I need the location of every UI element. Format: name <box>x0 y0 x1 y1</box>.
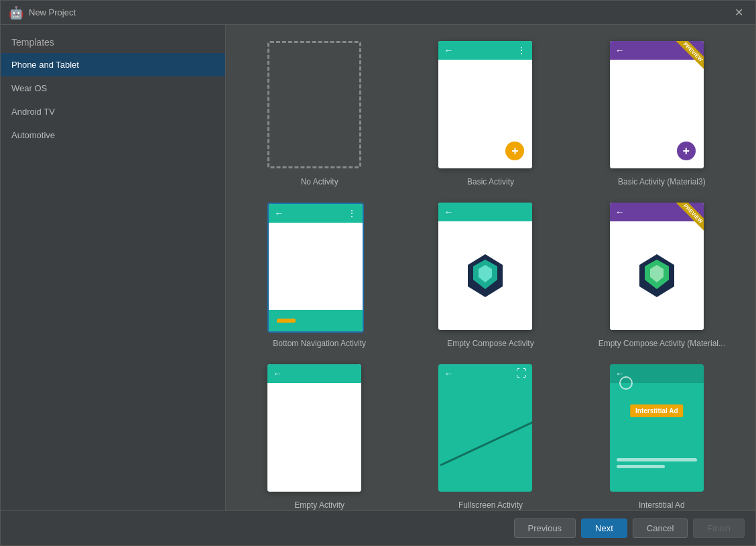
template-interstitial-preview: ← Interstitial Ad <box>610 364 714 495</box>
android-icon: 🤖 <box>9 5 23 20</box>
fab-purple-button: + <box>677 142 696 160</box>
sidebar-item-phone-tablet[interactable]: Phone and Tablet <box>1 53 225 76</box>
bottom-nav-body <box>269 223 363 331</box>
dialog-title: New Project <box>29 7 76 17</box>
fullscreen-topbar: ← ⛶ <box>438 364 532 383</box>
compose-body <box>438 221 532 330</box>
empty-body <box>267 383 361 492</box>
interstitial-ad-badge: Interstitial Ad <box>630 404 684 417</box>
template-bottom-nav[interactable]: ← ⋮ Bottom Navigation A <box>242 203 397 348</box>
template-basic-activity-label: Basic Activity <box>467 177 514 186</box>
menu-icon: ⋮ <box>517 45 527 56</box>
template-fullscreen-label: Fullscreen Activity <box>458 500 523 510</box>
back-arrow-icon: ← <box>444 368 453 379</box>
interstitial-line-2 <box>617 465 665 468</box>
compose-topbar: ← <box>438 203 532 221</box>
back-arrow-icon: ← <box>274 208 284 219</box>
title-bar-left: 🤖 New Project <box>9 5 76 20</box>
preview-ribbon-material: PREVIEW <box>664 203 704 243</box>
back-arrow-icon: ← <box>273 368 282 379</box>
template-bottom-nav-preview: ← ⋮ <box>267 203 371 333</box>
content-area: Templates Phone and Tablet Wear OS Andro… <box>1 25 755 510</box>
interstitial-content-lines <box>617 458 697 472</box>
selected-border: ← ⋮ <box>267 203 364 333</box>
template-empty-activity-preview: ← <box>267 364 371 495</box>
material3-mockup: ← ⋮ + PREVIEW <box>610 41 704 168</box>
template-no-activity-preview <box>267 41 371 172</box>
empty-topbar: ← <box>267 364 361 383</box>
bottom-nav-mockup: ← ⋮ <box>269 204 363 331</box>
template-empty-activity-label: Empty Activity <box>294 500 344 510</box>
sidebar-item-automotive[interactable]: Automotive <box>1 123 225 147</box>
template-empty-compose[interactable]: ← <box>413 203 568 348</box>
diagonal-decoration <box>440 385 533 466</box>
interstitial-line-1 <box>617 458 697 461</box>
previous-button[interactable]: Previous <box>514 518 576 538</box>
fab-button: + <box>505 142 524 160</box>
template-empty-compose-label: Empty Compose Activity <box>447 339 533 348</box>
menu-icon: ⋮ <box>347 208 357 219</box>
template-interstitial-label: Interstitial Ad <box>639 500 685 510</box>
empty-compose-material-mockup: ← PREVIEW <box>610 203 704 330</box>
next-button[interactable]: Next <box>581 518 627 538</box>
empty-activity-mockup: ← <box>267 364 361 492</box>
template-basic-material3-label: Basic Activity (Material3) <box>618 177 706 186</box>
basic-activity-mockup: ← ⋮ + <box>438 41 532 168</box>
basic-body: + <box>438 60 532 168</box>
title-bar: 🤖 New Project ✕ <box>1 1 755 25</box>
finish-button[interactable]: Finish <box>693 518 745 538</box>
close-button[interactable]: ✕ <box>731 6 747 19</box>
sidebar-item-wear-os[interactable]: Wear OS <box>1 76 225 100</box>
template-empty-activity[interactable]: ← Empty Activity <box>242 364 397 510</box>
compose-material-logo-icon <box>633 252 681 300</box>
dialog-footer: Previous Next Cancel Finish <box>1 510 755 545</box>
back-arrow-icon: ← <box>615 45 625 56</box>
empty-compose-mockup: ← <box>438 203 532 330</box>
nav-indicator <box>277 319 296 323</box>
template-empty-compose-material[interactable]: ← PREVIEW <box>584 203 739 348</box>
template-basic-activity-preview: ← ⋮ + <box>438 41 542 172</box>
bottom-nav-bar <box>269 310 363 331</box>
template-no-activity-label: No Activity <box>301 177 338 186</box>
template-basic-activity[interactable]: ← ⋮ + Basic Activity <box>413 41 568 186</box>
template-interstitial-ad[interactable]: ← Interstitial Ad Interstitial Ad <box>584 364 739 510</box>
sidebar-item-android-tv[interactable]: Android TV <box>1 100 225 123</box>
templates-grid: No Activity ← ⋮ + <box>237 36 745 510</box>
template-basic-material3[interactable]: ← ⋮ + PREVIEW Basic Activity (Material3) <box>584 41 739 186</box>
compose-logo-icon <box>461 252 509 300</box>
templates-label: Templates <box>1 30 225 53</box>
template-empty-compose-material-preview: ← PREVIEW <box>610 203 714 333</box>
template-basic-material3-preview: ← ⋮ + PREVIEW <box>610 41 714 172</box>
basic-topbar: ← ⋮ <box>438 41 532 60</box>
fullscreen-mockup: ← ⛶ <box>438 364 532 492</box>
interstitial-circle <box>619 376 633 390</box>
template-fullscreen[interactable]: ← ⛶ Fullscreen Activity <box>413 364 568 510</box>
preview-badge-material: PREVIEW <box>676 203 704 231</box>
back-arrow-icon: ← <box>444 45 453 56</box>
back-arrow-icon: ← <box>444 207 453 217</box>
sidebar: Templates Phone and Tablet Wear OS Andro… <box>1 25 226 510</box>
template-no-activity[interactable]: No Activity <box>242 41 397 186</box>
interstitial-mockup: ← Interstitial Ad <box>610 364 704 492</box>
cancel-button[interactable]: Cancel <box>633 518 688 538</box>
template-fullscreen-preview: ← ⛶ <box>438 364 542 495</box>
preview-badge: PREVIEW <box>676 41 704 69</box>
preview-ribbon: PREVIEW <box>664 41 704 81</box>
templates-grid-area: No Activity ← ⋮ + <box>226 25 755 510</box>
template-empty-compose-preview: ← <box>438 203 542 333</box>
bottom-nav-topbar: ← ⋮ <box>269 204 363 223</box>
back-arrow-icon: ← <box>615 207 625 217</box>
new-project-dialog: 🤖 New Project ✕ Templates Phone and Tabl… <box>0 0 756 546</box>
template-bottom-nav-label: Bottom Navigation Activity <box>273 339 366 348</box>
no-activity-box <box>267 41 361 168</box>
template-empty-compose-material-label: Empty Compose Activity (Material... <box>598 339 725 348</box>
fullscreen-icon: ⛶ <box>516 368 527 380</box>
